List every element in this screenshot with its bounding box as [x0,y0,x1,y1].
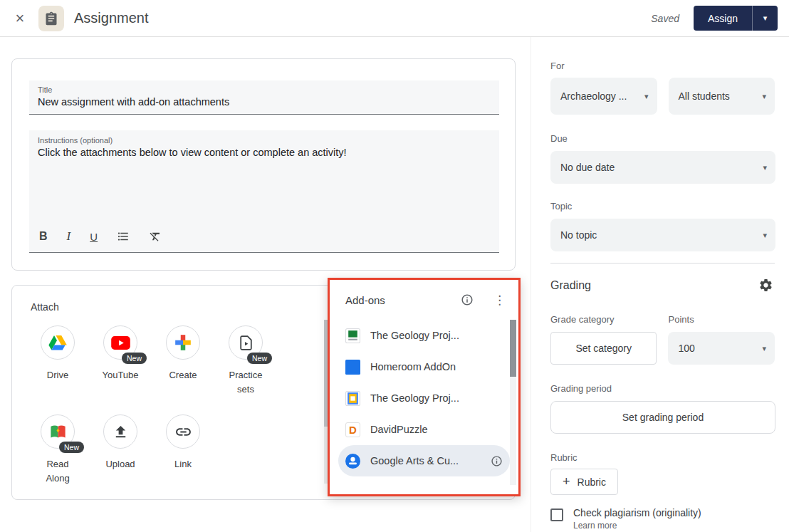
new-badge: New [59,442,84,453]
plagiarism-checkbox[interactable] [550,508,563,521]
new-badge: New [247,353,272,364]
attach-option-upload[interactable]: Upload [89,414,152,471]
attach-option-label: Drive [47,368,68,382]
for-label: For [550,61,775,71]
chevron-down-icon: ▾ [763,231,767,240]
addon-info-button[interactable] [489,454,504,469]
learn-more-link[interactable]: Learn more [573,521,617,531]
add-rubric-label: Rubric [578,476,606,488]
geology-project-icon [345,391,360,406]
plus-icon: + [563,474,570,489]
attach-option-read-along[interactable]: New Read Along [26,414,89,485]
addon-label: Homeroom AddOn [370,361,456,372]
assign-button[interactable]: Assign [694,6,752,31]
topic-label: Topic [550,201,775,212]
addon-label: The Geology Proj... [370,392,459,404]
bulleted-list-icon [117,230,130,243]
drive-icon [41,325,75,360]
assign-split-button: Assign ▾ [694,6,778,31]
addons-popup: Add-ons ⋮ The Geology Proj... Homeroom A… [328,278,521,496]
addon-item-davidpuzzle[interactable]: D DavidPuzzle [330,414,518,445]
info-icon [491,455,503,467]
chevron-down-icon: ▾ [762,92,766,101]
assignment-form-card: Title New assignment with add-on attachm… [11,58,516,271]
topic-select[interactable]: No topic ▾ [550,219,775,251]
grading-period-label: Grading period [550,383,775,394]
points-label: Points [669,314,775,325]
assign-dropdown-button[interactable]: ▾ [752,6,778,31]
addons-list: The Geology Proj... Homeroom AddOn The G… [330,320,518,476]
class-select-value: Archaeology ... [560,90,627,102]
addon-item-homeroom[interactable]: Homeroom AddOn [330,351,518,382]
title-label: Title [38,85,491,94]
attach-option-youtube[interactable]: New YouTube [89,325,152,382]
bold-button[interactable]: B [39,230,48,243]
attach-option-label: Upload [105,457,135,471]
title-field[interactable]: Title New assignment with add-on attachm… [29,80,499,115]
instructions-input[interactable]: Click the attachments below to view cont… [38,147,491,158]
points-select[interactable]: 100 ▾ [668,332,775,365]
new-badge: New [122,353,147,364]
attach-option-label: Read Along [34,457,81,485]
close-button[interactable]: × [7,6,33,31]
set-grading-period-button[interactable]: Set grading period [550,401,775,434]
attach-option-label: YouTube [102,368,138,382]
grade-category-label: Grade category [550,314,657,325]
assignment-icon [38,6,64,31]
addon-item-geology-2[interactable]: The Geology Proj... [330,382,518,414]
clear-formatting-button[interactable] [149,230,162,243]
italic-button[interactable]: I [67,229,71,244]
chevron-down-icon: ▾ [763,14,768,22]
scrollbar-thumb[interactable] [510,320,516,377]
grading-title: Grading [550,279,591,292]
plagiarism-label: Check plagiarism (originality) [573,507,701,518]
addons-info-button[interactable] [459,292,475,308]
addon-item-google-arts-culture[interactable]: Google Arts & Cu... [338,445,510,476]
due-date-value: No due date [560,162,615,173]
format-toolbar: B I U [29,221,499,252]
attach-label: Attach [31,301,59,313]
add-rubric-button[interactable]: + Rubric [550,469,618,495]
kebab-icon: ⋮ [493,293,506,308]
saved-status: Saved [651,13,679,24]
title-input[interactable]: New assignment with add-on attachments [38,96,491,108]
attach-option-label: Link [174,457,192,471]
clear-formatting-icon [149,230,162,243]
addons-title: Add-ons [345,294,459,306]
attach-option-practice-sets[interactable]: New Practice sets [214,325,277,396]
addon-label: DavidPuzzle [370,424,428,435]
students-select-value: All students [679,90,730,102]
geology-project-icon [345,328,360,343]
assignment-editor-window: × Assignment Saved Assign ▾ Title New as… [0,0,789,532]
google-arts-culture-icon [345,454,360,469]
attach-option-label: Create [169,368,197,382]
attach-option-drive[interactable]: Drive [26,325,89,382]
chevron-down-icon: ▾ [763,163,767,172]
topic-value: No topic [560,229,597,241]
attach-option-link[interactable]: Link [152,414,214,471]
chevron-down-icon: ▾ [762,344,766,353]
page-title: Assignment [74,10,149,26]
addon-item-geology-1[interactable]: The Geology Proj... [330,320,518,351]
info-icon [461,293,474,306]
instructions-field[interactable]: Instructions (optional) Click the attach… [29,130,499,253]
due-date-select[interactable]: No due date ▾ [550,151,775,184]
due-label: Due [550,133,775,144]
points-value: 100 [678,343,694,354]
grading-settings-button[interactable] [757,276,775,294]
addon-label: Google Arts & Cu... [370,455,459,466]
sidebar-divider [550,263,775,264]
addons-header: Add-ons ⋮ [330,280,518,320]
underline-button[interactable]: U [90,231,98,243]
addons-more-options-button[interactable]: ⋮ [492,291,507,309]
addon-label: The Geology Proj... [370,330,459,341]
settings-sidebar: For Archaeology ... ▾ All students ▾ Due… [531,37,789,532]
class-select[interactable]: Archaeology ... ▾ [550,78,657,115]
bulleted-list-button[interactable] [117,230,130,243]
grade-category-select[interactable]: Set category [550,332,657,365]
gear-icon [758,278,773,293]
link-icon [166,414,200,449]
attach-option-create[interactable]: Create [152,325,214,382]
students-select[interactable]: All students ▾ [669,78,775,115]
addons-scrollbar[interactable] [510,320,516,485]
